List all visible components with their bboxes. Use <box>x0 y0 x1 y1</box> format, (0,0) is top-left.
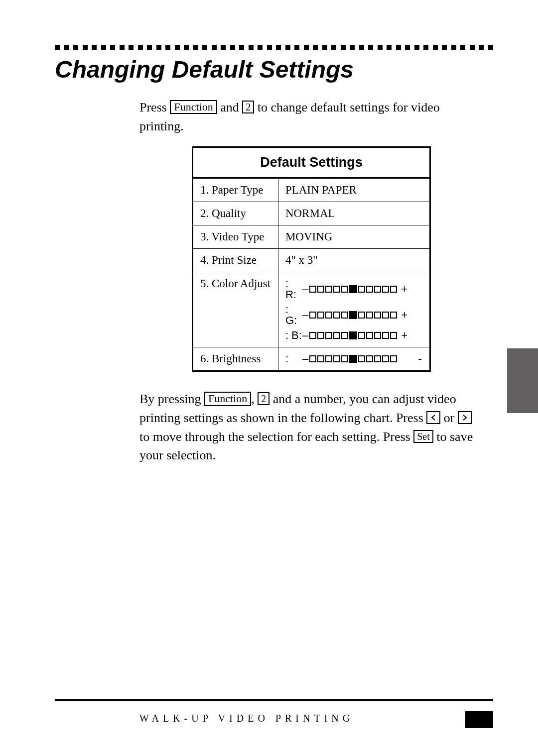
intro-paragraph: Press Function and 2 to change default s… <box>139 98 483 135</box>
table-row: 5. Color Adjust : R:–+: G:–+: B:–+ <box>193 272 430 347</box>
text: to move through the selection for each s… <box>139 430 413 444</box>
color-slider: : G:–+ <box>285 303 422 326</box>
row-value: MOVING <box>278 225 430 249</box>
section-title: Changing Default Settings <box>55 56 493 83</box>
text: and <box>220 100 242 114</box>
table-row: 3. Video Type MOVING <box>193 225 430 249</box>
bottom-rule <box>55 699 493 701</box>
text: or <box>444 411 458 425</box>
row-label: 6. Brightness <box>193 347 278 371</box>
left-arrow-key-icon <box>426 411 440 424</box>
page-number-block <box>465 711 493 728</box>
instruction-paragraph: By pressing Function, 2 and a number, yo… <box>139 390 483 465</box>
key-2-icon: 2 <box>242 101 254 113</box>
color-slider: : B:–+ <box>285 329 422 342</box>
text: By pressing <box>139 392 204 406</box>
brightness-slider: :–- <box>285 352 422 365</box>
row-value-color-adjust: : R:–+: G:–+: B:–+ <box>278 272 430 347</box>
color-slider: : R:–+ <box>285 277 422 300</box>
page: Changing Default Settings Press Function… <box>0 0 538 756</box>
row-label: 4. Print Size <box>193 249 278 272</box>
function-key-icon: Function <box>204 392 251 406</box>
text: , <box>251 392 258 406</box>
right-arrow-key-icon <box>458 411 472 424</box>
row-value-brightness: :–- <box>278 347 430 371</box>
default-settings-table: Default Settings 1. Paper Type PLAIN PAP… <box>192 146 431 372</box>
content-column: Press Function and 2 to change default s… <box>139 98 483 465</box>
function-key-icon: Function <box>170 100 217 114</box>
table-row: 2. Quality NORMAL <box>193 202 430 225</box>
key-2-icon: 2 <box>258 392 269 405</box>
set-key-icon: Set <box>413 430 433 443</box>
row-value: PLAIN PAPER <box>278 178 430 202</box>
row-label: 3. Video Type <box>193 225 278 249</box>
text: Press <box>139 100 170 114</box>
table-row: 6. Brightness :–- <box>193 347 430 371</box>
thumb-tab <box>507 348 538 413</box>
row-label: 5. Color Adjust <box>193 272 278 347</box>
row-value: NORMAL <box>278 202 430 225</box>
footer-text: WALK-UP VIDEO PRINTING <box>0 713 493 724</box>
row-label: 1. Paper Type <box>193 178 278 202</box>
row-value: 4" x 3" <box>278 249 430 272</box>
table-row: 4. Print Size 4" x 3" <box>193 249 430 272</box>
row-label: 2. Quality <box>193 202 278 225</box>
table-row: 1. Paper Type PLAIN PAPER <box>193 178 430 202</box>
table-header: Default Settings <box>193 147 430 178</box>
dotted-divider <box>55 45 493 50</box>
